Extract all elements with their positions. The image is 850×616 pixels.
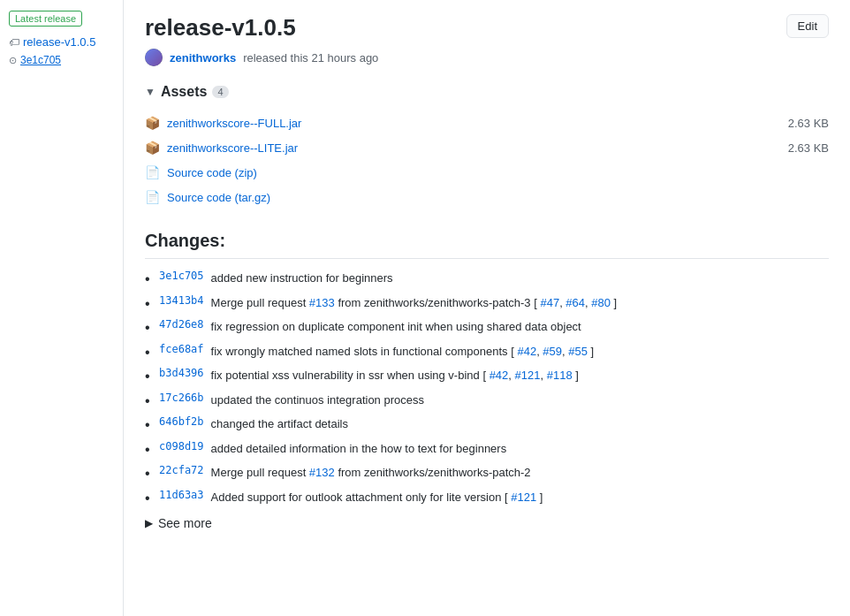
commit-hash[interactable]: 17c266b: [159, 392, 204, 404]
commit-item: b3d4396 fix potential xss vulnerability …: [145, 367, 829, 384]
asset-item-full-jar: 📦 zenithworkscore--FULL.jar 2.63 KB: [145, 110, 829, 135]
ref-link[interactable]: #55: [568, 345, 588, 358]
latest-release-badge: Latest release: [9, 11, 82, 27]
commit-item: c098d19 added detailed information in th…: [145, 440, 829, 458]
ref-link[interactable]: #42: [517, 345, 536, 358]
ref-link[interactable]: #121: [511, 491, 536, 504]
commit-item: 22cfa72 Merge pull request #132 from zen…: [145, 464, 829, 482]
see-more-label: See more: [158, 516, 212, 530]
commit-hash[interactable]: 11d63a3: [159, 489, 204, 501]
asset-size-lite-jar: 2.63 KB: [788, 141, 829, 155]
commit-message: fix wrongly matched named slots in funct…: [211, 343, 595, 361]
commit-list: 3e1c705 added new instruction for beginn…: [145, 270, 829, 506]
assets-header[interactable]: ▼ Assets 4: [145, 84, 829, 100]
sidebar-commit: ⊙ 3e1c705: [9, 54, 114, 66]
source-link-targz[interactable]: Source code (tar.gz): [167, 191, 270, 204]
source-item-targz: 📄 Source code (tar.gz): [145, 185, 829, 209]
release-meta: zenithworks released this 21 hours ago: [145, 49, 829, 66]
ref-link[interactable]: #59: [543, 345, 562, 358]
commit-message: fix potential xss vulnerability in ssr w…: [211, 367, 579, 384]
ref-link[interactable]: #42: [490, 369, 509, 382]
commit-hash[interactable]: 13413b4: [159, 294, 204, 307]
commit-item: 47d26e8 fix regression on duplicate comp…: [145, 318, 829, 336]
see-more[interactable]: ▶ See more: [145, 513, 829, 534]
released-text: released this 21 hours ago: [243, 51, 378, 65]
jar-icon-lite: 📦: [145, 141, 160, 155]
commit-hash[interactable]: b3d4396: [159, 367, 204, 379]
ref-link[interactable]: #47: [540, 296, 559, 309]
asset-left-lite: 📦 zenithworkscore--LITE.jar: [145, 141, 298, 155]
ref-link[interactable]: #121: [515, 369, 541, 382]
release-header: release-v1.0.5 Edit: [145, 14, 829, 42]
commit-message: added new instruction for beginners: [211, 270, 393, 287]
commit-item: 3e1c705 added new instruction for beginn…: [145, 270, 829, 287]
commit-hash[interactable]: 3e1c705: [159, 270, 204, 282]
commit-hash[interactable]: fce68af: [159, 343, 204, 355]
commit-hash[interactable]: 22cfa72: [159, 464, 204, 476]
tag-icon: 🏷: [9, 36, 19, 49]
changes-section: Changes: 3e1c705 added new instruction f…: [145, 231, 829, 534]
jar-icon: 📦: [145, 116, 160, 130]
changes-title: Changes:: [145, 231, 829, 259]
sidebar-commit-hash[interactable]: 3e1c705: [20, 54, 61, 66]
avatar: [145, 49, 163, 66]
main-content: release-v1.0.5 Edit zenithworks released…: [124, 0, 850, 616]
asset-item-lite-jar: 📦 zenithworkscore--LITE.jar 2.63 KB: [145, 135, 829, 160]
ref-link[interactable]: #64: [565, 296, 585, 309]
commit-hash[interactable]: 47d26e8: [159, 318, 204, 331]
commit-message: added detailed information in the how to…: [211, 440, 507, 458]
pr-link[interactable]: #133: [309, 296, 335, 309]
asset-left: 📦 zenithworkscore--FULL.jar: [145, 116, 301, 130]
zip-icon: 📄: [145, 165, 160, 179]
author-link[interactable]: zenithworks: [170, 51, 236, 65]
ref-link[interactable]: #80: [591, 296, 611, 309]
edit-button[interactable]: Edit: [786, 14, 829, 38]
commit-hash[interactable]: 646bf2b: [159, 415, 204, 428]
source-link-zip[interactable]: Source code (zip): [167, 166, 257, 179]
sidebar-release-tag: release-v1.0.5: [23, 35, 95, 49]
release-title: release-v1.0.5: [145, 14, 296, 42]
sidebar: Latest release 🏷 release-v1.0.5 ⊙ 3e1c70…: [0, 0, 124, 616]
chevron-right-icon: ▶: [145, 517, 153, 529]
commit-message: changed the artifact details: [211, 415, 348, 433]
ref-link[interactable]: #118: [547, 369, 573, 382]
commit-message: Merge pull request #132 from zenithworks…: [211, 464, 531, 482]
chevron-down-icon: ▼: [145, 86, 156, 98]
assets-section: ▼ Assets 4 📦 zenithworkscore--FULL.jar 2…: [145, 84, 829, 209]
commit-item: 13413b4 Merge pull request #133 from zen…: [145, 294, 829, 312]
commit-message: Added support for outlook attachment onl…: [211, 489, 543, 506]
commit-message: Merge pull request #133 from zenithworks…: [211, 294, 618, 312]
asset-link-full-jar[interactable]: zenithworkscore--FULL.jar: [167, 117, 301, 130]
commit-item: 646bf2b changed the artifact details: [145, 415, 829, 433]
asset-link-lite-jar[interactable]: zenithworkscore--LITE.jar: [167, 141, 298, 155]
commit-icon: ⊙: [9, 55, 17, 66]
asset-size-full-jar: 2.63 KB: [788, 117, 829, 130]
commit-item: 17c266b updated the continuos integratio…: [145, 392, 829, 409]
commit-item: fce68af fix wrongly matched named slots …: [145, 343, 829, 361]
commit-message: fix regression on duplicate component in…: [211, 318, 581, 336]
targz-icon: 📄: [145, 190, 160, 204]
commit-hash[interactable]: c098d19: [159, 440, 204, 452]
sidebar-release-link[interactable]: 🏷 release-v1.0.5: [9, 35, 114, 49]
commit-item: 11d63a3 Added support for outlook attach…: [145, 489, 829, 506]
assets-count: 4: [212, 86, 228, 98]
assets-label: Assets: [161, 84, 207, 100]
commit-message: updated the continuos integration proces…: [211, 392, 424, 409]
pr-link[interactable]: #132: [309, 466, 335, 479]
source-item-zip: 📄 Source code (zip): [145, 160, 829, 185]
